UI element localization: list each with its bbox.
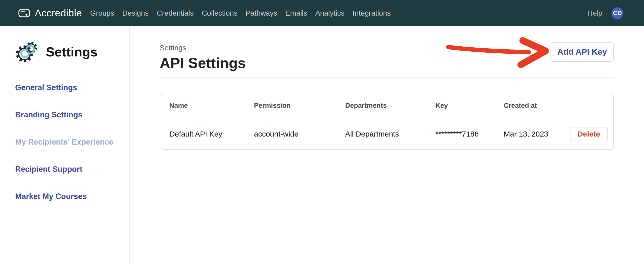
column-header-name: Name xyxy=(169,102,254,110)
cell-created-at: Mar 13, 2023 xyxy=(504,129,570,139)
nav-item-emails[interactable]: Emails xyxy=(285,9,307,17)
delete-api-key-button[interactable]: Delete xyxy=(570,127,608,141)
nav-item-analytics[interactable]: Analytics xyxy=(315,9,344,17)
cell-key: *********7186 xyxy=(435,129,504,139)
settings-gear-icon xyxy=(15,40,38,63)
avatar[interactable]: CD xyxy=(611,7,623,19)
accredible-brand[interactable]: Accredible xyxy=(18,8,82,19)
help-link[interactable]: Help xyxy=(587,9,602,17)
cell-name: Default API Key xyxy=(169,129,254,139)
api-settings-main: Settings API Settings Add API Key Name P… xyxy=(130,26,644,264)
cell-departments: All Departments xyxy=(345,129,435,139)
nav-item-credentials[interactable]: Credentials xyxy=(157,9,194,17)
sidebar-item-my-recipients-experience[interactable]: My Recipients' Experience xyxy=(15,137,129,147)
column-header-permission: Permission xyxy=(254,102,345,110)
sidebar-header: Settings xyxy=(15,40,129,63)
nav-item-groups[interactable]: Groups xyxy=(90,9,114,17)
nav-item-pathways[interactable]: Pathways xyxy=(246,9,277,17)
api-keys-table-card: Name Permission Departments Key Created … xyxy=(160,94,614,150)
table-row: Default API Key account-wide All Departm… xyxy=(169,124,608,144)
sidebar-item-branding-settings[interactable]: Branding Settings xyxy=(15,110,129,120)
annotation-arrow-icon xyxy=(445,37,553,69)
sidebar-item-market-my-courses[interactable]: Market My Courses xyxy=(15,192,129,201)
primary-nav: Groups Designs Credentials Collections P… xyxy=(90,9,391,17)
settings-sidebar: Settings General Settings Branding Setti… xyxy=(0,26,130,264)
brand-name: Accredible xyxy=(35,8,82,19)
accredible-logo-icon xyxy=(18,8,30,18)
column-header-departments: Departments xyxy=(345,102,435,110)
page-title: API Settings xyxy=(160,54,246,72)
sidebar-item-recipient-support[interactable]: Recipient Support xyxy=(15,164,129,174)
nav-item-integrations[interactable]: Integrations xyxy=(352,9,391,17)
top-nav-bar: Accredible Groups Designs Credentials Co… xyxy=(0,0,644,26)
sidebar-item-general-settings[interactable]: General Settings xyxy=(15,83,129,92)
breadcrumb: Settings xyxy=(160,44,186,52)
add-api-key-button[interactable]: Add API Key xyxy=(551,42,614,62)
sidebar-nav: General Settings Branding Settings My Re… xyxy=(15,83,129,201)
nav-item-collections[interactable]: Collections xyxy=(202,9,238,17)
nav-item-designs[interactable]: Designs xyxy=(122,9,149,17)
title-divider xyxy=(160,77,614,78)
column-header-created-at: Created at xyxy=(504,102,608,110)
cell-permission: account-wide xyxy=(254,129,345,139)
table-header-row: Name Permission Departments Key Created … xyxy=(169,102,608,110)
column-header-key: Key xyxy=(435,102,504,110)
sidebar-title: Settings xyxy=(46,44,98,59)
